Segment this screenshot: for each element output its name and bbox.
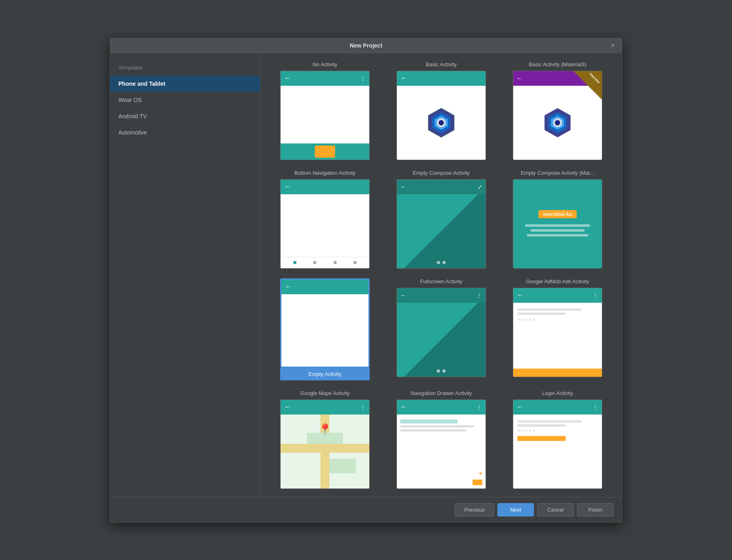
admob-line-2 — [530, 229, 585, 232]
template-thumb-fullscreen[interactable]: ← ⋮ — [396, 288, 486, 377]
menu-dots-icon: ⋮ — [360, 404, 366, 410]
dialog-body: Templates Phone and Tablet Wear OS Andro… — [110, 53, 622, 497]
login-line-2 — [517, 424, 566, 427]
admob-line-1 — [525, 224, 590, 227]
android-logo-icon — [425, 106, 458, 139]
template-maps[interactable]: Google Maps Activity ← ⋮ — [273, 390, 377, 489]
template-no-activity[interactable]: No Activity ← ⋮ — [273, 61, 377, 160]
back-arrow-icon: ← — [516, 403, 524, 411]
svg-point-10 — [555, 120, 560, 125]
fab-plus-icon: + — [479, 470, 482, 477]
sidebar-item-android-tv[interactable]: Android TV — [110, 108, 260, 124]
drawer-fab — [473, 480, 482, 485]
indicator-dots — [437, 369, 446, 373]
menu-dots-icon: ⋮ — [476, 404, 482, 410]
drawer-line-2 — [400, 425, 474, 428]
template-thumb-basic-activity[interactable]: ← — [396, 71, 486, 160]
android-logo-mat3-icon — [541, 106, 574, 139]
back-arrow-icon: ← — [516, 291, 524, 300]
next-button[interactable]: Next — [497, 503, 534, 517]
template-thumb-no-activity[interactable]: ← ⋮ — [280, 71, 370, 160]
template-basic-material3[interactable]: Basic Activity (Material3) ← — [505, 61, 610, 160]
star-rating-icon: ★★★★★ — [517, 428, 598, 433]
template-thumb-empty-compose[interactable]: ← ⤢ — [396, 179, 486, 269]
template-selected-label-empty-activity: Empty Activity — [280, 368, 370, 380]
new-project-dialog: New Project × Templates Phone and Tablet… — [110, 38, 622, 523]
login-line-2 — [517, 313, 566, 315]
nav-dot-3 — [333, 261, 337, 264]
indicator-dots — [437, 261, 446, 264]
map-road-h — [281, 444, 369, 453]
template-label-no-activity: No Activity — [313, 61, 338, 67]
template-label-maps: Google Maps Activity — [300, 390, 349, 396]
template-thumb-empty-activity[interactable]: ← — [280, 278, 370, 368]
main-content: No Activity ← ⋮ — [261, 53, 622, 497]
template-label-basic-activity: Basic Activity — [426, 61, 457, 67]
diagonal-bg — [397, 303, 486, 377]
menu-dots-icon: ⋮ — [593, 404, 599, 410]
template-nav-drawer[interactable]: Navigation Drawer Activity ← ⋮ — [389, 390, 493, 489]
template-fullscreen[interactable]: Fullscreen Activity ← ⋮ — [389, 278, 493, 380]
dialog-title: New Project — [350, 42, 382, 49]
template-thumb-admob[interactable]: ← ⋮ ★★★★★ — [513, 288, 602, 377]
title-bar: New Project × — [110, 38, 622, 53]
template-empty-activity[interactable]: ← Empty Activity — [273, 278, 377, 380]
previous-button[interactable]: Previous — [455, 503, 494, 517]
drawer-line-3 — [400, 429, 466, 432]
templates-grid: No Activity ← ⋮ — [273, 61, 610, 489]
template-label-admob: Google AdMob Ads Activity — [526, 278, 589, 284]
template-thumb-nav-drawer[interactable]: ← ⋮ + — [396, 399, 486, 489]
back-arrow-icon: ← — [285, 282, 292, 291]
logo-area — [397, 86, 486, 160]
finish-button[interactable]: Finish — [577, 503, 614, 517]
drawer-line-1 — [400, 419, 458, 423]
back-arrow-icon: ← — [284, 182, 291, 191]
template-admob[interactable]: Google AdMob Ads Activity ← ⋮ ★★★★★ — [505, 278, 610, 380]
back-arrow-icon: ← — [400, 403, 407, 411]
template-login[interactable]: Login Activity ← ⋮ ★★★★★ — [505, 390, 610, 489]
template-thumb-maps[interactable]: ← ⋮ 📍 — [280, 399, 370, 489]
star-rating-icon: ★★★★★ — [517, 317, 598, 322]
back-arrow-icon: ← — [400, 74, 407, 82]
back-arrow-icon: ← — [516, 75, 523, 82]
nav-dot-2 — [313, 261, 316, 264]
template-label-empty-compose: Empty Compose Activity — [413, 170, 470, 176]
diagonal-bg — [397, 194, 486, 268]
template-label-login: Login Activity — [542, 390, 573, 396]
template-label-nav-drawer: Navigation Drawer Activity — [411, 390, 472, 396]
template-label-basic-material3: Basic Activity (Material3) — [529, 61, 586, 67]
template-label-bottom-nav: Bottom Navigation Activity — [294, 170, 355, 176]
sidebar-header: Templates — [110, 61, 260, 76]
map-block-2 — [329, 459, 356, 473]
map-pin-icon: 📍 — [318, 423, 332, 436]
nav-dot-4 — [353, 261, 357, 264]
sidebar-item-wear-os[interactable]: Wear OS — [110, 92, 260, 108]
back-arrow-icon: ← — [284, 74, 291, 82]
template-empty-compose-mat[interactable]: Empty Compose Activity (Mat... Interstit… — [505, 170, 610, 269]
template-thumb-login[interactable]: ← ⋮ ★★★★★ — [513, 399, 602, 489]
template-thumb-empty-compose-mat[interactable]: Interstitial Ad — [513, 179, 602, 269]
login-line-1 — [517, 308, 582, 311]
sidebar: Templates Phone and Tablet Wear OS Andro… — [110, 53, 261, 497]
template-empty-compose[interactable]: Empty Compose Activity ← ⤢ — [389, 170, 493, 269]
preview-badge — [573, 71, 602, 100]
back-arrow-icon: ← — [284, 403, 291, 411]
menu-dots-icon: ⋮ — [360, 75, 366, 82]
login-btn — [517, 436, 566, 441]
menu-dots-icon: ⋮ — [593, 292, 599, 299]
expand-icon: ⤢ — [477, 184, 482, 190]
template-thumb-bottom-nav[interactable]: ← — [280, 179, 370, 269]
close-button[interactable]: × — [608, 41, 617, 50]
admob-line-3 — [527, 234, 588, 237]
template-basic-activity[interactable]: Basic Activity ← — [389, 61, 493, 160]
interstitial-ad-label: Interstitial Ad — [538, 210, 577, 218]
login-line-1 — [517, 420, 582, 423]
template-bottom-nav[interactable]: Bottom Navigation Activity ← — [273, 170, 377, 269]
template-thumb-basic-material3[interactable]: ← — [513, 71, 602, 160]
sidebar-item-automotive[interactable]: Automotive — [110, 124, 260, 141]
admob-banner — [513, 369, 602, 377]
cancel-button[interactable]: Cancel — [537, 503, 574, 517]
sidebar-item-phone-tablet[interactable]: Phone and Tablet — [110, 76, 260, 92]
template-label-fullscreen: Fullscreen Activity — [420, 278, 462, 284]
back-arrow-icon: ← — [400, 292, 407, 299]
